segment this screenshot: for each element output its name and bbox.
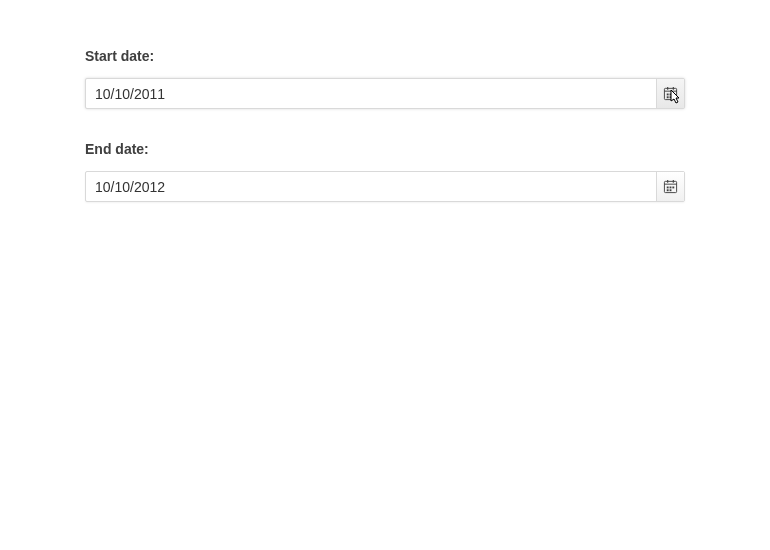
svg-rect-16: [667, 189, 669, 191]
end-date-label: End date:: [85, 141, 685, 157]
calendar-icon: [663, 86, 678, 101]
end-date-field-wrapper: [85, 171, 685, 202]
calendar-icon: [663, 179, 678, 194]
svg-rect-6: [672, 94, 674, 96]
svg-rect-8: [670, 96, 672, 98]
end-date-group: End date:: [85, 141, 685, 202]
svg-rect-5: [670, 94, 672, 96]
start-date-label: Start date:: [85, 48, 685, 64]
end-date-input[interactable]: [86, 172, 656, 201]
start-date-calendar-button[interactable]: [656, 79, 684, 108]
svg-rect-13: [667, 187, 669, 189]
start-date-field-wrapper: [85, 78, 685, 109]
svg-rect-17: [670, 189, 672, 191]
svg-rect-14: [670, 187, 672, 189]
svg-rect-15: [672, 187, 674, 189]
start-date-input[interactable]: [86, 79, 656, 108]
end-date-calendar-button[interactable]: [656, 172, 684, 201]
svg-rect-4: [667, 94, 669, 96]
svg-rect-7: [667, 96, 669, 98]
start-date-group: Start date:: [85, 48, 685, 109]
